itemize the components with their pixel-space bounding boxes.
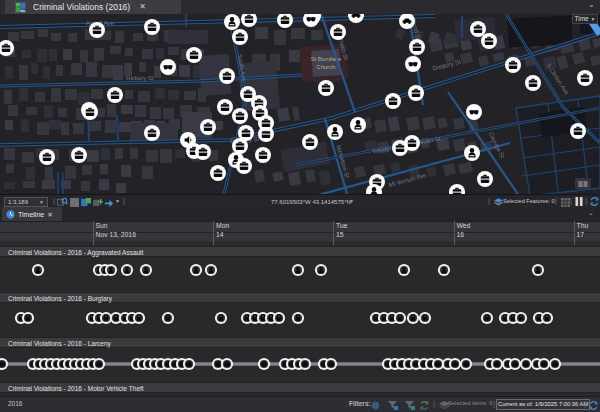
svg-text:Hickory St: Hickory St xyxy=(126,75,154,81)
svg-text:Church: Church xyxy=(316,64,335,70)
